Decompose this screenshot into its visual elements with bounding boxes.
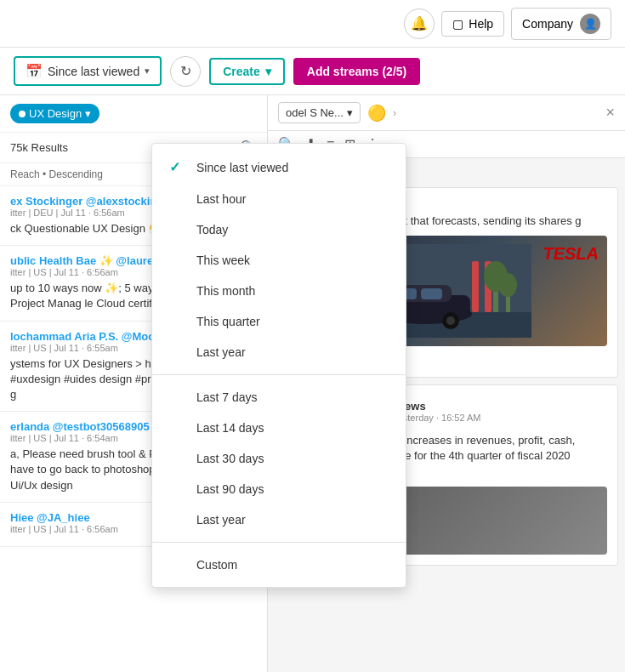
dropdown-item-this-month[interactable]: This month [152, 276, 406, 306]
chevron-right-icon: › [393, 107, 396, 119]
since-label: Since last viewed [48, 65, 139, 78]
top-nav: 🔔 ▢ Help Company 👤 [0, 0, 625, 48]
monitor-icon: ▢ [452, 17, 463, 31]
create-label: Create [223, 65, 260, 78]
bell-icon: 🔔 [411, 15, 428, 31]
dropdown-divider-2 [152, 542, 406, 543]
dropdown-divider [152, 374, 406, 375]
chevron-down-icon: ▾ [347, 106, 353, 119]
dropdown-item-last-30-days[interactable]: Last 30 days [152, 443, 406, 474]
company-label: Company [522, 17, 573, 31]
add-streams-label: Add streams (2/5) [307, 65, 406, 78]
dropdown-item-last-90-days[interactable]: Last 90 days [152, 474, 406, 504]
since-last-viewed-button[interactable]: 📅 Since last viewed ▾ [14, 56, 162, 86]
dropdown-item-this-quarter[interactable]: This quarter [152, 306, 406, 337]
dropdown-item-today[interactable]: Today [152, 214, 406, 245]
avatar-icon: 👤 [584, 18, 597, 30]
dropdown-item-last-hour[interactable]: Last hour [152, 184, 406, 214]
results-count: 75k Results [10, 141, 68, 154]
dropdown-item-custom[interactable]: Custom [152, 550, 406, 580]
svg-point-16 [498, 273, 517, 297]
company-button[interactable]: Company 👤 [511, 8, 611, 40]
svg-rect-8 [421, 288, 442, 299]
toolbar: 📅 Since last viewed ▾ ↻ Create ▾ Add str… [0, 48, 625, 95]
tag-label: UX Design [29, 107, 82, 120]
sort-label: Reach • Descending [10, 168, 103, 180]
checkmark-icon: ✓ [169, 159, 186, 175]
dropdown-item-last-year-1[interactable]: Last year [152, 337, 406, 367]
ux-design-tag[interactable]: UX Design ▾ [10, 104, 99, 123]
svg-point-12 [446, 316, 455, 325]
stream-tag[interactable]: odel S Ne... ▾ [278, 102, 361, 123]
create-button[interactable]: Create ▾ [209, 58, 285, 85]
stream-tag-label: odel S Ne... [286, 106, 344, 119]
dropdown-item-this-week[interactable]: This week [152, 245, 406, 276]
dropdown-item-last-7-days[interactable]: Last 7 days [152, 382, 406, 413]
left-panel-header: UX Design ▾ [0, 95, 267, 133]
close-button[interactable]: × [605, 104, 615, 122]
emoji-badge: 🟡 [367, 104, 386, 122]
chevron-down-icon: ▾ [265, 65, 271, 78]
help-button[interactable]: ▢ Help [441, 11, 504, 37]
time-period-dropdown: ✓ Since last viewed Last hour Today This… [151, 143, 406, 588]
refresh-icon: ↻ [180, 63, 191, 79]
calendar-icon: 📅 [26, 63, 43, 79]
help-label: Help [469, 17, 493, 31]
add-streams-button[interactable]: Add streams (2/5) [293, 58, 420, 85]
refresh-button[interactable]: ↻ [170, 56, 201, 87]
tesla-logo: TESLA [543, 244, 599, 264]
svg-rect-2 [472, 261, 479, 312]
dropdown-item-last-14-days[interactable]: Last 14 days [152, 413, 406, 443]
close-icon: × [605, 104, 615, 121]
dropdown-item-since-last-viewed[interactable]: ✓ Since last viewed [152, 151, 406, 184]
chevron-down-icon: ▾ [85, 107, 91, 120]
chevron-down-icon: ▾ [145, 65, 150, 77]
tag-dot [19, 111, 26, 117]
dropdown-item-last-year-2[interactable]: Last year [152, 504, 406, 535]
right-panel-header: odel S Ne... ▾ 🟡 › × [268, 95, 625, 131]
bell-button[interactable]: 🔔 [404, 9, 435, 39]
main-area: UX Design ▾ 75k Results 🔍 Reach • Descen… [0, 95, 625, 672]
avatar: 👤 [580, 14, 600, 34]
